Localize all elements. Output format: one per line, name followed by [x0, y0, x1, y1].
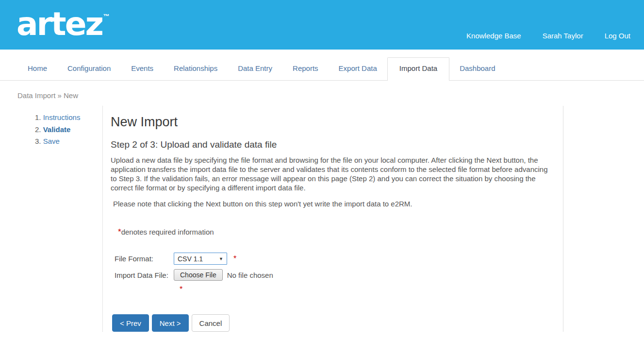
required-legend: *denotes required information	[118, 227, 548, 237]
step-subtitle: Step 2 of 3: Upload and validate data fi…	[111, 139, 548, 150]
step-number: 1.	[35, 113, 41, 121]
import-form: File Format: CSV 1.1 ▼ * Import Data Fil…	[115, 253, 548, 294]
app-header: artez ™ Knowledge Base Sarah Taylor Log …	[0, 0, 644, 50]
logo-text: artez	[17, 2, 102, 47]
page-title: New Import	[111, 115, 548, 130]
required-legend-text: denotes required information	[121, 228, 214, 236]
header-links: Knowledge Base Sarah Taylor Log Out	[466, 0, 644, 50]
import-file-label: Import Data File:	[115, 271, 174, 279]
step-number: 2.	[35, 125, 41, 134]
tab-import-data[interactable]: Import Data	[387, 57, 449, 81]
knowledge-base-link[interactable]: Knowledge Base	[466, 32, 521, 40]
tab-data-entry[interactable]: Data Entry	[228, 57, 282, 81]
tab-dashboard[interactable]: Dashboard	[449, 57, 505, 81]
step-number: 3.	[35, 137, 41, 145]
step-item-validate: 2. Validate	[35, 124, 102, 136]
intro-paragraph: Upload a new data file by specifying the…	[111, 155, 548, 192]
file-format-selected-value: CSV 1.1	[178, 255, 203, 263]
prev-button[interactable]: < Prev	[112, 314, 149, 332]
note-paragraph: Please note that clicking the Next butto…	[111, 200, 548, 208]
cancel-button[interactable]: Cancel	[192, 314, 230, 332]
import-file-required-asterisk: *	[180, 285, 548, 294]
tab-home[interactable]: Home	[17, 57, 57, 81]
user-account-link[interactable]: Sarah Taylor	[543, 32, 583, 40]
step-list: 1. Instructions 2. Validate 3. Save	[35, 112, 102, 148]
tab-relationships[interactable]: Relationships	[164, 57, 228, 81]
file-format-select[interactable]: CSV 1.1 ▼	[174, 253, 227, 265]
file-format-required-asterisk: *	[233, 255, 236, 263]
import-file-row: Import Data File: Choose File No file ch…	[115, 269, 548, 281]
required-asterisk: *	[118, 227, 121, 237]
choose-file-button[interactable]: Choose File	[174, 269, 223, 281]
file-format-row: File Format: CSV 1.1 ▼ *	[115, 253, 548, 265]
step-link-instructions[interactable]: Instructions	[43, 113, 81, 121]
step-link-validate[interactable]: Validate	[43, 125, 71, 134]
tab-configuration[interactable]: Configuration	[57, 57, 121, 81]
file-chosen-status: No file chosen	[227, 271, 273, 279]
main-nav: Home Configuration Events Relationships …	[0, 50, 644, 81]
wizard-buttons: < Prev Next > Cancel	[112, 314, 548, 332]
step-item-save: 3. Save	[35, 136, 102, 148]
main-panel: New Import Step 2 of 3: Upload and valid…	[103, 106, 563, 332]
log-out-link[interactable]: Log Out	[605, 32, 630, 40]
trademark-symbol: ™	[103, 13, 110, 20]
step-item-instructions: 1. Instructions	[35, 112, 102, 124]
brand-logo: artez ™	[0, 0, 110, 50]
chevron-down-icon: ▼	[219, 256, 223, 261]
step-link-save[interactable]: Save	[43, 137, 60, 145]
tab-export-data[interactable]: Export Data	[329, 57, 387, 81]
tab-events[interactable]: Events	[121, 57, 164, 81]
content-wrapper: 1. Instructions 2. Validate 3. Save New …	[0, 106, 644, 332]
wizard-step-sidebar: 1. Instructions 2. Validate 3. Save	[0, 106, 103, 332]
tab-reports[interactable]: Reports	[282, 57, 329, 81]
file-format-label: File Format:	[115, 255, 174, 263]
breadcrumb: Data Import » New	[17, 91, 644, 100]
next-button[interactable]: Next >	[152, 314, 189, 332]
